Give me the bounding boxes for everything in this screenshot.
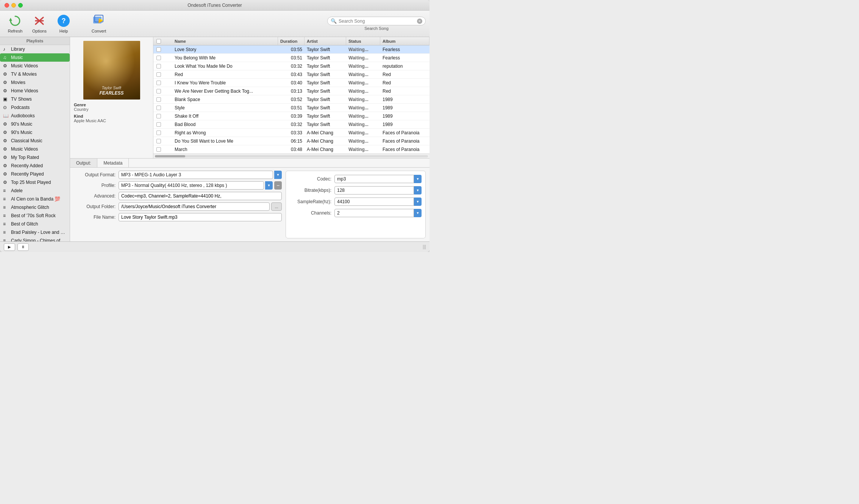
row-checkbox-5[interactable] (153, 89, 164, 93)
profile-minus[interactable]: − (274, 181, 282, 190)
sidebar-item-best-glitch[interactable]: ≡Best of Glitch (0, 220, 70, 228)
help-button[interactable]: ? Help (52, 13, 75, 35)
sidebar-item-90s-music-2[interactable]: ⚙90's Music (0, 128, 70, 137)
row-checkbox-2[interactable] (153, 64, 164, 68)
advanced-row: Advanced: (74, 192, 282, 200)
search-clear-button[interactable]: ✕ (417, 19, 422, 24)
bitrate-input[interactable]: 128 (334, 186, 414, 194)
table-row[interactable]: Love Story 03:55 Taylor Swift Waiting...… (153, 45, 430, 54)
row-status-11: Waiting... (346, 137, 380, 145)
sidebar-item-brad-paisley[interactable]: ≡Brad Paisley - Love and Wa (0, 228, 70, 236)
sidebar-item-my-top-rated[interactable]: ⚙My Top Rated (0, 153, 70, 162)
channels-arrow[interactable]: ▼ (414, 209, 422, 217)
resize-handle[interactable] (423, 245, 426, 249)
refresh-button[interactable]: Refresh (4, 13, 27, 35)
output-folder-input[interactable] (119, 202, 270, 211)
file-name-input[interactable] (119, 213, 282, 221)
samplerate-arrow[interactable]: ▼ (414, 198, 422, 206)
codec-arrow[interactable]: ▼ (414, 175, 422, 183)
sidebar-item-adele[interactable]: ≡Adele (0, 187, 70, 195)
table-row[interactable]: I Knew You Were Trouble 03:40 Taylor Swi… (153, 79, 430, 87)
sidebar-item-atmospheric[interactable]: ≡Atmospheric Glitch (0, 203, 70, 212)
samplerate-input[interactable]: 44100 (334, 198, 414, 206)
table-row[interactable]: Right as Wrong 03:33 A-Mei Chang Waiting… (153, 129, 430, 137)
output-format-arrow[interactable]: ▼ (274, 171, 282, 179)
row-checkbox-6[interactable] (153, 97, 164, 102)
sidebar-item-podcasts[interactable]: ⊙Podcasts (0, 103, 70, 112)
row-checkbox-10[interactable] (153, 131, 164, 135)
row-checkbox-7[interactable] (153, 106, 164, 110)
table-scrollbar[interactable] (153, 154, 430, 158)
table-row[interactable]: Do You Still Want to Love Me 06:15 A-Mei… (153, 137, 430, 145)
sidebar-item-recently-played[interactable]: ⚙Recently Played (0, 170, 70, 178)
table-row[interactable]: March 03:48 A-Mei Chang Waiting... Faces… (153, 145, 430, 154)
sidebar-item-music-videos-2[interactable]: ⚙Music Videos (0, 145, 70, 153)
advanced-input[interactable] (119, 192, 282, 200)
convert-button[interactable]: Convert (86, 13, 112, 35)
output-format-select[interactable]: MP3 - MPEG-1 Audio Layer 3 (119, 171, 273, 179)
sidebar-item-library[interactable]: ♪Library (0, 45, 70, 53)
sidebar-item-home-videos[interactable]: ⚙Home Videos (0, 87, 70, 95)
sidebar-icon-top-25: ⚙ (3, 180, 9, 185)
codec-input[interactable]: mp3 (334, 175, 414, 183)
row-duration-2: 03:32 (278, 62, 305, 70)
file-name-row: File Name: (74, 213, 282, 221)
table-row[interactable]: Red 03:43 Taylor Swift Waiting... Red (153, 70, 430, 79)
tab-output[interactable]: Output: (70, 159, 97, 167)
sidebar-item-best-70s[interactable]: ≡Best of '70s Soft Rock (0, 212, 70, 220)
tab-metadata[interactable]: Metadata (97, 159, 129, 167)
sidebar-label-best-70s: Best of '70s Soft Rock (11, 213, 56, 218)
sidebar-item-tv-movies[interactable]: ⚙TV & Movies (0, 70, 70, 78)
sidebar-item-classical[interactable]: ⚙Classical Music (0, 137, 70, 145)
row-checkbox-9[interactable] (153, 122, 164, 127)
sidebar-item-music-videos[interactable]: ⚙Music Videos (0, 62, 70, 70)
bitrate-arrow[interactable]: ▼ (414, 186, 422, 194)
minimize-button[interactable] (11, 3, 16, 8)
close-button[interactable] (5, 3, 9, 8)
row-checkbox-4[interactable] (153, 81, 164, 85)
sidebar-label-recently-played: Recently Played (11, 171, 44, 177)
pause-button[interactable]: ⏸ (17, 243, 29, 251)
sidebar-item-music[interactable]: ♫Music (0, 53, 70, 62)
row-duration-10: 03:33 (278, 129, 305, 137)
channels-input[interactable]: 2 (334, 209, 414, 217)
header-checkbox[interactable] (156, 39, 161, 44)
row-checkbox-3[interactable] (153, 72, 164, 77)
play-button[interactable]: ▶ (4, 243, 15, 251)
convert-label: Convert (92, 29, 106, 33)
convert-icon (92, 14, 106, 28)
table-row[interactable]: Blank Space 03:52 Taylor Swift Waiting..… (153, 95, 430, 104)
row-checkbox-12[interactable] (153, 147, 164, 152)
search-input[interactable] (339, 19, 415, 24)
profile-select[interactable]: MP3 - Normal Quality( 44100 Hz, stereo ,… (119, 181, 264, 190)
row-checkbox-1[interactable] (153, 56, 164, 60)
table-row[interactable]: You Belong With Me 03:51 Taylor Swift Wa… (153, 54, 430, 62)
row-checkbox-11[interactable] (153, 139, 164, 143)
row-album-4: Red (380, 79, 430, 87)
sidebar-item-tv-shows[interactable]: ▣TV Shows (0, 95, 70, 103)
sidebar-label-al-cien: Al Cien con la Banda 💯 (11, 196, 60, 202)
table-row[interactable]: We Are Never Ever Getting Back Tog... 03… (153, 87, 430, 95)
row-name-4: I Knew You Were Trouble (172, 79, 278, 87)
th-checkbox[interactable] (153, 39, 164, 44)
search-box[interactable]: 🔍 ✕ (327, 17, 426, 25)
top-area: Taylor Swift FEARLESS Genre Country Kind… (70, 37, 430, 158)
sidebar-item-al-cien[interactable]: ≡Al Cien con la Banda 💯 (0, 195, 70, 203)
sidebar-item-recently-added[interactable]: ⚙Recently Added (0, 162, 70, 170)
row-checkbox-0[interactable] (153, 47, 164, 52)
table-row[interactable]: Look What You Made Me Do 03:32 Taylor Sw… (153, 62, 430, 70)
sidebar-item-audiobooks[interactable]: 📖Audiobooks (0, 112, 70, 120)
profile-arrow[interactable]: ▼ (265, 181, 273, 190)
row-checkbox-8[interactable] (153, 114, 164, 118)
options-button[interactable]: Options (28, 13, 51, 35)
table-row[interactable]: Shake It Off 03:39 Taylor Swift Waiting.… (153, 112, 430, 120)
sidebar-item-movies[interactable]: ⚙Movies (0, 78, 70, 87)
sidebar-item-90s-music-1[interactable]: ⚙90's Music (0, 120, 70, 128)
profile-control: MP3 - Normal Quality( 44100 Hz, stereo ,… (119, 181, 282, 190)
table-row[interactable]: Style 03:51 Taylor Swift Waiting... 1989 (153, 104, 430, 112)
sidebar-item-carly-simon[interactable]: ≡Carly Simon - Chimes of (0, 236, 70, 241)
sidebar-item-top-25[interactable]: ⚙Top 25 Most Played (0, 178, 70, 187)
browse-button[interactable]: ... (271, 202, 282, 211)
table-row[interactable]: Bad Blood 03:32 Taylor Swift Waiting... … (153, 120, 430, 129)
maximize-button[interactable] (18, 3, 23, 8)
